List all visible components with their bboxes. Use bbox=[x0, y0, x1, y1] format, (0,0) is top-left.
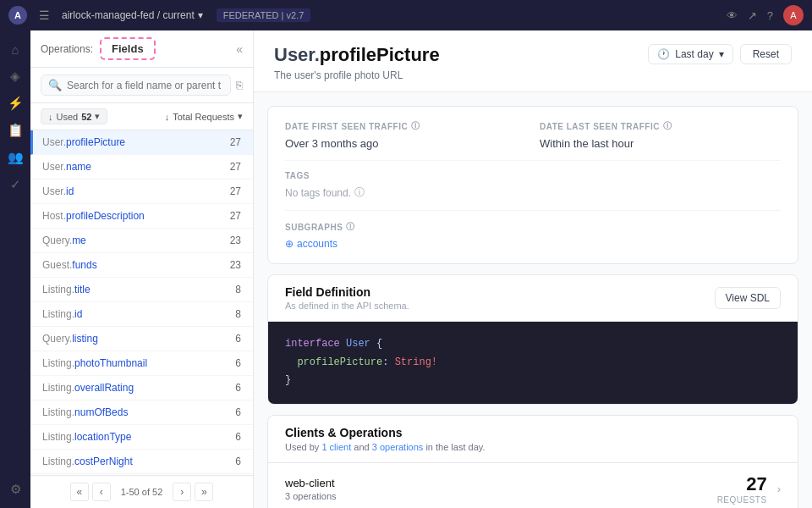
list-item-name: Listing.numOfBeds bbox=[42, 406, 224, 418]
share-icon[interactable]: ↗ bbox=[748, 9, 757, 22]
filter-down-icon: ↓ bbox=[48, 112, 53, 122]
list-item[interactable]: Query.me 23 bbox=[30, 229, 253, 253]
code-block: interface User { profilePicture: String!… bbox=[268, 322, 798, 404]
field-name: name bbox=[66, 161, 91, 173]
client-name: web-client bbox=[285, 477, 337, 489]
next-page-button[interactable]: › bbox=[173, 483, 191, 501]
app-logo[interactable]: A bbox=[8, 6, 27, 25]
code-line-2: profilePicture: String! bbox=[285, 354, 781, 373]
main-layout: ⌂ ◈ ⚡ 📋 👥 ✓ ⚙ Operations: Fields « 🔍 ⎘ ↓… bbox=[0, 30, 812, 508]
date-first-info-icon: ⓘ bbox=[411, 120, 420, 132]
date-first-value: Over 3 months ago bbox=[285, 137, 526, 150]
reset-button[interactable]: Reset bbox=[740, 44, 792, 64]
nav-fields-icon[interactable]: ⚡ bbox=[3, 91, 27, 115]
used-label: Used bbox=[57, 112, 79, 122]
used-count: 52 bbox=[81, 112, 91, 122]
clients-title: Clients & Operations bbox=[285, 426, 781, 439]
nav-settings-icon[interactable]: ⚙ bbox=[3, 478, 27, 501]
list-item-name: Listing.id bbox=[42, 308, 224, 320]
sidebar-filters: ↓ Used 52 ▾ ↓ Total Requests ▾ bbox=[30, 103, 253, 130]
code-brace: } bbox=[285, 374, 291, 386]
list-item-name: Listing.title bbox=[42, 284, 224, 295]
list-item-count: 8 bbox=[224, 284, 241, 295]
title-type: User. bbox=[274, 44, 320, 65]
info-grid: DATE FIRST SEEN TRAFFIC ⓘ Over 3 months … bbox=[285, 120, 781, 150]
list-item[interactable]: Listing.numOfBeds 6 bbox=[30, 400, 253, 425]
type-prefix: Listing. bbox=[42, 431, 74, 443]
used-filter[interactable]: ↓ Used 52 ▾ bbox=[41, 108, 107, 124]
collapse-icon[interactable]: « bbox=[236, 42, 243, 56]
copy-icon[interactable]: ⎘ bbox=[236, 79, 243, 91]
list-item[interactable]: User.name 27 bbox=[30, 155, 253, 179]
field-name: title bbox=[74, 284, 91, 295]
list-item-count: 27 bbox=[224, 136, 241, 148]
subgraphs-info-icon: ⓘ bbox=[346, 221, 355, 233]
client-row[interactable]: web-client 3 operations 27 REQUESTS › bbox=[268, 463, 798, 508]
list-item[interactable]: User.profilePicture 27 bbox=[30, 130, 253, 155]
list-item[interactable]: Listing.photoThumbnail 6 bbox=[30, 351, 253, 376]
list-item[interactable]: Listing.locationType 6 bbox=[30, 425, 253, 450]
breadcrumb: airlock-managed-fed / current ▾ bbox=[62, 9, 203, 21]
list-item-count: 27 bbox=[224, 161, 241, 173]
view-sdl-button[interactable]: View SDL bbox=[715, 287, 781, 309]
info-card: DATE FIRST SEEN TRAFFIC ⓘ Over 3 months … bbox=[267, 106, 798, 264]
menu-icon[interactable]: ☰ bbox=[36, 5, 53, 25]
last-page-button[interactable]: » bbox=[195, 483, 213, 501]
code-line-1: interface User { bbox=[285, 335, 781, 354]
nav-ops-icon[interactable]: 📋 bbox=[3, 119, 27, 142]
sort-filter[interactable]: ↓ Total Requests ▾ bbox=[165, 111, 243, 122]
title-field: profilePicture bbox=[320, 44, 440, 65]
prev-page-button[interactable]: ‹ bbox=[92, 483, 111, 501]
date-last-label: DATE LAST SEEN TRAFFIC ⓘ bbox=[540, 120, 781, 132]
time-selector[interactable]: 🕐 Last day ▾ bbox=[648, 44, 732, 64]
search-input[interactable] bbox=[67, 80, 223, 91]
list-item[interactable]: User.id 27 bbox=[30, 179, 253, 204]
list-item-count: 6 bbox=[224, 357, 241, 369]
nav-check-icon[interactable]: ✓ bbox=[3, 173, 27, 196]
tags-label: TAGS bbox=[285, 171, 781, 180]
ops-count-link[interactable]: 3 operations bbox=[372, 442, 424, 452]
fields-tab[interactable]: Fields bbox=[100, 37, 156, 60]
nav-home-icon[interactable]: ⌂ bbox=[3, 37, 27, 61]
content-header: User.profilePicture The user's profile p… bbox=[254, 30, 812, 92]
list-item[interactable]: Guest.funds 23 bbox=[30, 253, 253, 278]
client-requests: 27 bbox=[717, 473, 767, 495]
field-name: listing bbox=[72, 333, 98, 345]
nav-clients-icon[interactable]: 👥 bbox=[3, 146, 27, 169]
client-ops: 3 operations bbox=[285, 491, 337, 501]
nav-graph-icon[interactable]: ◈ bbox=[3, 64, 27, 88]
list-item[interactable]: Listing.overallRating 6 bbox=[30, 376, 253, 400]
list-item-count: 27 bbox=[224, 185, 241, 197]
eye-icon[interactable]: 👁 bbox=[727, 9, 738, 22]
list-item-count: 23 bbox=[224, 235, 241, 246]
list-item-count: 27 bbox=[224, 210, 241, 222]
list-item[interactable]: Query.listing 6 bbox=[30, 327, 253, 351]
field-def-header: Field Definition As defined in the API s… bbox=[268, 275, 798, 322]
list-item[interactable]: Listing.title 8 bbox=[30, 278, 253, 302]
type-prefix: Listing. bbox=[42, 456, 74, 467]
sort-down-icon: ↓ bbox=[165, 112, 170, 122]
client-count-link[interactable]: 1 client bbox=[321, 442, 351, 452]
clients-subtitle: Used by 1 client and 3 operations in the… bbox=[285, 442, 781, 452]
list-item[interactable]: Listing.costPerNight 6 bbox=[30, 450, 253, 474]
date-last-section: DATE LAST SEEN TRAFFIC ⓘ Within the last… bbox=[540, 120, 781, 150]
code-line-3: } bbox=[285, 372, 781, 390]
search-box: 🔍 bbox=[41, 75, 231, 96]
subgraph-link[interactable]: ⊕ accounts bbox=[285, 238, 781, 250]
first-page-button[interactable]: « bbox=[70, 483, 89, 501]
type-prefix: Listing. bbox=[42, 357, 74, 369]
list-item-name: Listing.costPerNight bbox=[42, 456, 224, 467]
date-last-info-icon: ⓘ bbox=[663, 120, 672, 132]
list-item[interactable]: Host.profileDescription 27 bbox=[30, 204, 253, 229]
clock-icon: 🕐 bbox=[657, 48, 670, 60]
help-icon[interactable]: ? bbox=[767, 9, 773, 22]
list-item[interactable]: Listing.id 8 bbox=[30, 302, 253, 327]
field-def-title: Field Definition bbox=[285, 285, 409, 299]
type-prefix: Listing. bbox=[42, 308, 74, 320]
code-type-string: String! bbox=[395, 356, 437, 368]
type-prefix: Listing. bbox=[42, 284, 74, 295]
list-item-count: 23 bbox=[224, 259, 241, 271]
avatar[interactable]: A bbox=[783, 5, 804, 25]
field-name: funds bbox=[72, 259, 96, 271]
header-controls: 🕐 Last day ▾ Reset bbox=[648, 44, 792, 64]
